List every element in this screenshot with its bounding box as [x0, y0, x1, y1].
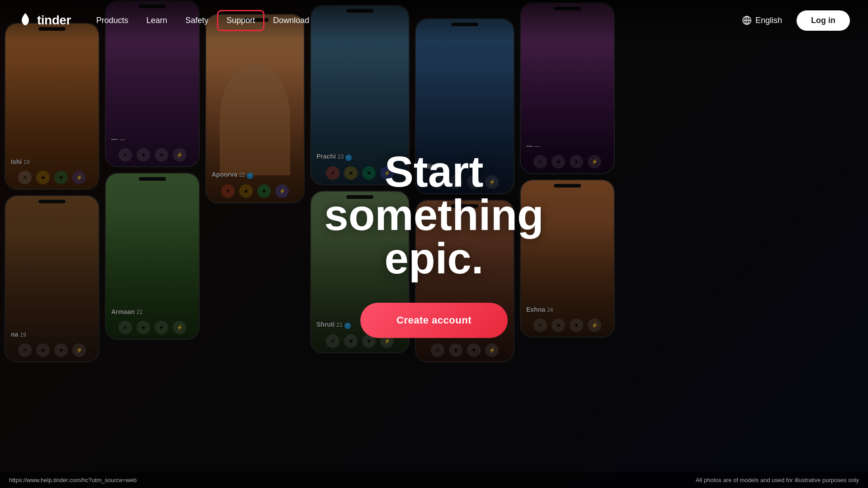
logo-text: tinder	[37, 13, 71, 28]
login-button[interactable]: Log in	[797, 10, 850, 31]
globe-icon	[742, 15, 752, 25]
language-selector[interactable]: English	[736, 12, 788, 29]
tinder-flame-icon	[18, 13, 33, 28]
logo[interactable]: tinder	[18, 13, 71, 28]
nav-item-products[interactable]: Products	[89, 12, 136, 29]
nav-item-support[interactable]: Support	[219, 12, 262, 29]
nav-links: Products Learn Safety Support Download	[89, 12, 736, 29]
footer-disclaimer: All photos are of models and used for il…	[696, 477, 859, 483]
navbar: tinder Products Learn Safety Support Dow…	[0, 0, 868, 41]
footer-bar: https://www.help.tinder.com/hc?utm_sourc…	[0, 472, 868, 488]
nav-item-learn[interactable]: Learn	[139, 12, 175, 29]
nav-item-safety[interactable]: Safety	[178, 12, 216, 29]
nav-item-download[interactable]: Download	[266, 12, 316, 29]
hero-title: Start something epic.	[276, 150, 592, 280]
footer-url: https://www.help.tinder.com/hc?utm_sourc…	[9, 477, 137, 483]
hero-content: Start something epic. Create account	[276, 150, 592, 338]
language-label: English	[755, 16, 782, 25]
create-account-button[interactable]: Create account	[360, 303, 508, 338]
nav-right: English Log in	[736, 10, 850, 31]
